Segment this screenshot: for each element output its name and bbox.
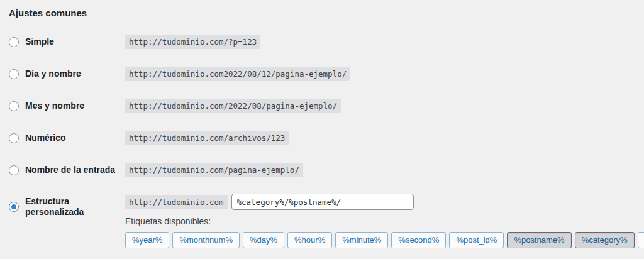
- option-post-name: Nombre de la entrada: [9, 165, 125, 175]
- available-tags-list: %year% %monthnum% %day% %hour% %minute% …: [125, 232, 644, 248]
- permalink-example-numeric: http://tudominio.com/archivos/123: [125, 131, 289, 145]
- option-custom-structure: Estructura personalizada: [9, 196, 125, 218]
- permalink-option-custom-structure: Estructura personalizada http://tudomini…: [9, 194, 635, 248]
- permalink-option-day-name: Día y nombre http://tudominio.com2022/08…: [9, 67, 635, 81]
- custom-structure-base-url: http://tudominio.com: [125, 195, 228, 209]
- option-simple: Simple: [9, 36, 125, 47]
- tag-button-category[interactable]: %category%: [575, 232, 635, 248]
- permalink-example-month-name: http://tudominio.com/2022/08/pagina-ejem…: [125, 99, 341, 113]
- radio-button-month-name[interactable]: [9, 101, 19, 111]
- permalink-settings-section: Ajustes comunes Simple http://tudominio.…: [0, 0, 644, 259]
- tag-button-post-id[interactable]: %post_id%: [449, 232, 504, 248]
- tag-button-monthnum[interactable]: %monthnum%: [172, 232, 240, 248]
- option-label-simple[interactable]: Simple: [25, 36, 54, 47]
- permalink-example-post-name: http://tudominio.com/pagina-ejemplo/: [125, 163, 303, 177]
- option-label-post-name[interactable]: Nombre de la entrada: [25, 165, 115, 175]
- tag-button-year[interactable]: %year%: [125, 232, 169, 248]
- radio-button-day-name[interactable]: [9, 69, 19, 79]
- option-label-month-name[interactable]: Mes y nombre: [25, 101, 84, 111]
- tag-button-minute[interactable]: %minute%: [335, 232, 388, 248]
- tag-button-day[interactable]: %day%: [243, 232, 284, 248]
- option-numeric: Numérico: [9, 133, 125, 143]
- radio-button-numeric[interactable]: [9, 133, 19, 143]
- tag-button-postname[interactable]: %postname%: [507, 232, 571, 248]
- permalink-option-simple: Simple http://tudominio.com/?p=123: [9, 35, 635, 49]
- permalink-example-simple: http://tudominio.com/?p=123: [125, 35, 260, 49]
- custom-structure-line: http://tudominio.com: [125, 194, 644, 210]
- option-day-name: Día y nombre: [9, 69, 125, 79]
- radio-button-simple[interactable]: [9, 37, 19, 47]
- tag-button-hour[interactable]: %hour%: [287, 232, 332, 248]
- available-tags-label: Etiquetas disponibles:: [125, 216, 644, 226]
- tag-button-author[interactable]: %author%: [638, 232, 644, 248]
- option-label-custom-structure[interactable]: Estructura personalizada: [25, 196, 125, 218]
- permalink-option-post-name: Nombre de la entrada http://tudominio.co…: [9, 163, 635, 177]
- custom-structure-content: http://tudominio.com Etiquetas disponibl…: [125, 194, 644, 248]
- custom-structure-input[interactable]: [231, 194, 414, 210]
- tag-button-second[interactable]: %second%: [391, 232, 446, 248]
- section-heading: Ajustes comunes: [9, 8, 635, 19]
- permalink-option-month-name: Mes y nombre http://tudominio.com/2022/0…: [9, 99, 635, 113]
- option-label-numeric[interactable]: Numérico: [25, 133, 66, 143]
- option-month-name: Mes y nombre: [9, 101, 125, 111]
- radio-button-post-name[interactable]: [9, 165, 19, 175]
- option-label-day-name[interactable]: Día y nombre: [25, 69, 81, 79]
- permalink-option-numeric: Numérico http://tudominio.com/archivos/1…: [9, 131, 635, 145]
- radio-button-custom-structure[interactable]: [9, 202, 19, 212]
- permalink-example-day-name: http://tudominio.com2022/08/12/pagina-ej…: [125, 67, 350, 81]
